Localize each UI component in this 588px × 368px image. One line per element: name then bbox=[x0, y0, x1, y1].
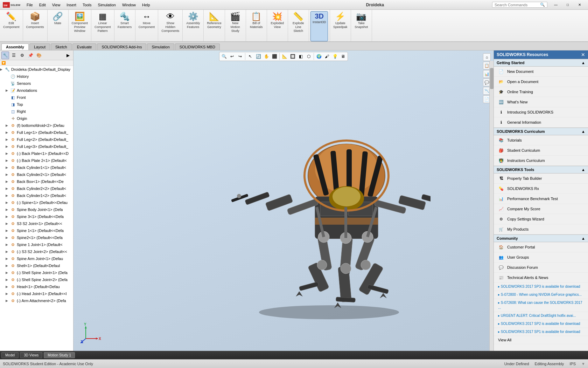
vp-view-btn[interactable]: ⬡ bbox=[305, 53, 313, 60]
instant3d-button[interactable]: 3D Instant3D bbox=[310, 11, 328, 41]
ft-item-backplate2[interactable]: ▶⚙(-) Back Plate 2<1> (Default< bbox=[0, 157, 73, 164]
vp-pan-btn[interactable]: ✋ bbox=[262, 53, 270, 60]
rp-item-student-curriculum[interactable]: 🎒 Student Curriculum bbox=[494, 145, 588, 156]
vp-undo-btn[interactable]: ↩ bbox=[228, 53, 236, 60]
close-button[interactable]: ✕ bbox=[574, 1, 585, 8]
rp-view-all[interactable]: View All bbox=[494, 336, 588, 344]
ft-pins-btn[interactable]: 📌 bbox=[27, 52, 34, 59]
ft-item-backcylinder1[interactable]: ▶⚙Back Cylinder1<1> (Default< bbox=[0, 164, 73, 171]
move-component-button[interactable]: ↔️ MoveComponent bbox=[137, 11, 157, 41]
ft-item-bottomofdroid[interactable]: ▶⚙(f) bottomofdroid<2> (Defau bbox=[0, 122, 73, 129]
vp-light-btn[interactable]: 💡 bbox=[331, 53, 339, 60]
ft-expand-btn[interactable]: ▶ bbox=[64, 52, 72, 59]
minimize-button[interactable]: — bbox=[550, 1, 561, 8]
vp-cam-btn[interactable]: 🖥 bbox=[339, 53, 347, 60]
vp-rotate-btn[interactable]: 🔄 bbox=[254, 53, 262, 60]
reference-geometry-button[interactable]: 📐 ReferenceGeometry bbox=[205, 11, 223, 41]
menu-view[interactable]: View bbox=[49, 2, 63, 8]
ft-item-shell1[interactable]: ▶⚙Shell<1> (Default<Defaul bbox=[0, 262, 73, 269]
rp-item-perf-benchmark[interactable]: 📊 Performance Benchmark Test bbox=[494, 194, 588, 204]
tab-addins[interactable]: SOLIDWORKS Add-Ins bbox=[97, 43, 146, 50]
viewport[interactable]: 🔍 ↩ ↪ ↖ 🔄 ✋ ⬛ 📐 🔲 ◧ ⬡ 🌍 🖌 💡 🖥 ⌂ 📋 📊 💬 bbox=[74, 50, 493, 351]
maximize-button[interactable]: □ bbox=[562, 1, 573, 8]
ft-item-spinearmjoint1[interactable]: ▶⚙Spine Arm Joint<1> (Defau bbox=[0, 255, 73, 262]
ft-item-backcylinder1b[interactable]: ▶⚙Back Cylinder1<2> (Default< bbox=[0, 192, 73, 199]
show-hidden-button[interactable]: 👁 ShowHiddenComponents bbox=[160, 11, 181, 41]
vp-vscrollbar[interactable] bbox=[489, 61, 493, 351]
component-preview-button[interactable]: 🖼️ ComponentPreviewWindow bbox=[70, 11, 90, 41]
insert-components-button[interactable]: 📦 InsertComponents bbox=[24, 11, 46, 41]
vp-globe-btn[interactable]: 🌍 bbox=[315, 53, 323, 60]
ft-item-headjoint1[interactable]: ▶⚙(-) Head Joint<1> (Default<<l bbox=[0, 290, 73, 297]
rp-item-copy-settings[interactable]: ⚙ Copy Settings Wizard bbox=[494, 214, 588, 224]
assembly-features-button[interactable]: ⚙️ AssemblyFeatures bbox=[184, 11, 202, 41]
menu-file[interactable]: File bbox=[24, 2, 36, 8]
ft-item-history[interactable]: 🕐History bbox=[0, 73, 73, 80]
feature-tree-scroll[interactable]: ▶🔧Droideka (Default<Default_Display🕐Hist… bbox=[0, 66, 73, 351]
ft-item-root[interactable]: ▶🔧Droideka (Default<Default_Display bbox=[0, 66, 73, 73]
menu-edit[interactable]: Edit bbox=[36, 2, 49, 8]
vp-home-btn[interactable]: ⌂ bbox=[483, 53, 491, 61]
rp-item-new-document[interactable]: 📄 New Document bbox=[494, 67, 588, 77]
vp-vscroll-thumb[interactable] bbox=[490, 68, 493, 89]
vp-select-btn[interactable]: ↖ bbox=[246, 53, 254, 60]
ft-item-s3s2joint1[interactable]: ▶⚙S3 S2 Joint<1> (Default<< bbox=[0, 220, 73, 227]
ft-item-right[interactable]: ◫Right bbox=[0, 108, 73, 115]
ft-item-shellspinejoint2[interactable]: ▶⚙(-) Shell Spine Joint<2> (Defa bbox=[0, 276, 73, 283]
rp-item-discussion-forum[interactable]: 💬 Discussion Forum bbox=[494, 263, 588, 273]
menu-help[interactable]: Help bbox=[139, 2, 153, 8]
mate-button[interactable]: 🔗 Mate bbox=[49, 11, 66, 41]
tab-layout[interactable]: Layout bbox=[29, 43, 50, 50]
ft-item-origin[interactable]: ✛Origin bbox=[0, 115, 73, 122]
ft-item-spine1b[interactable]: ▶⚙Spine 1<1> (Default<<Defa bbox=[0, 227, 73, 234]
rp-item-tutorials[interactable]: 📚 Tutorials bbox=[494, 135, 588, 145]
ft-item-annotations[interactable]: ▶📝Annotations bbox=[0, 87, 73, 94]
bottom-tab-3dviews[interactable]: 3D Views bbox=[20, 352, 42, 358]
rp-news-item-4[interactable]: ▸ SOLIDWORKS 2017 SP2 is available for d… bbox=[494, 320, 588, 328]
rp-close-btn[interactable]: ✕ bbox=[581, 52, 585, 57]
rp-getting-started-header[interactable]: Getting Started ▲ bbox=[494, 59, 588, 67]
explode-line-button[interactable]: 📏 ExplodeLineSketch bbox=[289, 11, 307, 41]
ft-color-btn[interactable]: 🎨 bbox=[35, 52, 43, 59]
update-speedpak-button[interactable]: ⚡ UpdateSpeedpak bbox=[331, 11, 349, 41]
rp-item-open-document[interactable]: 📂 Open a Document bbox=[494, 77, 588, 87]
ft-item-armattachment2[interactable]: ▶⚙(-) Arm Attachment<2> (Defa bbox=[0, 297, 73, 304]
rp-item-instructors-curriculum[interactable]: 👨‍🏫 Instructors Curriculum bbox=[494, 156, 588, 166]
tab-mbd[interactable]: SOLIDWORKS MBD bbox=[175, 43, 220, 50]
search-commands-box[interactable]: 🔍 bbox=[492, 2, 547, 8]
rp-item-compare-score[interactable]: 📈 Compare My Score bbox=[494, 204, 588, 214]
menu-simulation[interactable]: Simulation bbox=[95, 2, 119, 8]
vp-zoom-btn[interactable]: 🔍 bbox=[220, 53, 228, 60]
rp-news-item-5[interactable]: ▸ SOLIDWORKS 2017 SP1 is available for d… bbox=[494, 328, 588, 336]
search-commands-input[interactable] bbox=[495, 3, 540, 7]
ft-item-fullleg3[interactable]: ▶⚙Full Leg<3> (Default<Default_ bbox=[0, 143, 73, 150]
vp-zoom-area-btn[interactable]: ⬛ bbox=[271, 53, 278, 60]
rp-item-intro-sw[interactable]: ℹ Introducing SOLIDWORKS bbox=[494, 107, 588, 117]
rp-item-my-products[interactable]: 🛒 My Products bbox=[494, 224, 588, 234]
bottom-tab-motion-study[interactable]: Motion Study 1 bbox=[44, 352, 75, 358]
rp-community-header[interactable]: Community ▲ bbox=[494, 234, 588, 242]
rp-item-property-tab[interactable]: 🏗 Property Tab Builder bbox=[494, 173, 588, 184]
ft-item-shellspinejoint1[interactable]: ▶⚙(-) Shell Spine Joint<1> (Defa bbox=[0, 269, 73, 276]
ft-item-spine3[interactable]: ▶⚙Spine 3<1> (Default<<Defa bbox=[0, 213, 73, 220]
ft-item-fullleg1[interactable]: ▶⚙Full Leg<1> (Default<Default_ bbox=[0, 129, 73, 136]
ft-assembly-icon-btn[interactable]: 🔧 bbox=[1, 52, 9, 59]
rp-news-item-3[interactable]: ▸ URGENT ALERT: Critical DraftSight hotf… bbox=[494, 312, 588, 320]
vp-appearance-btn[interactable]: 🖌 bbox=[323, 53, 331, 60]
rp-item-general-info[interactable]: ℹ General Information bbox=[494, 117, 588, 128]
rp-curriculum-header[interactable]: SOLIDWORKS Curriculum ▲ bbox=[494, 128, 588, 135]
tab-sketch[interactable]: Sketch bbox=[51, 43, 72, 50]
ft-list-btn[interactable]: ☰ bbox=[10, 52, 18, 59]
rp-item-sw-rx[interactable]: 💊 SOLIDWORKS Rx bbox=[494, 184, 588, 194]
ft-item-spinebody1[interactable]: ▶⚙Spine Body Joint<1> (Defa bbox=[0, 206, 73, 213]
rp-item-whats-new[interactable]: 🆕 What's New bbox=[494, 97, 588, 107]
rp-tools-header[interactable]: SOLIDWORKS Tools ▲ bbox=[494, 166, 588, 173]
rp-item-tech-alerts[interactable]: 📰 Technical Alerts & News bbox=[494, 273, 588, 283]
edit-component-button[interactable]: ✏️ EditComponent bbox=[1, 11, 21, 41]
tab-simulation[interactable]: Simulation bbox=[147, 43, 174, 50]
ft-item-sensors[interactable]: 📡Sensors bbox=[0, 80, 73, 87]
take-snapshot-button[interactable]: 📷 TakeSnapshot bbox=[352, 11, 370, 41]
vp-disp-mode-btn[interactable]: 🔲 bbox=[289, 53, 296, 60]
new-motion-study-button[interactable]: 🎬 NewMotionStudy bbox=[226, 11, 244, 41]
rp-news-item-1[interactable]: ▸ S-072800 - When using NVIDIA GeForce g… bbox=[494, 291, 588, 299]
